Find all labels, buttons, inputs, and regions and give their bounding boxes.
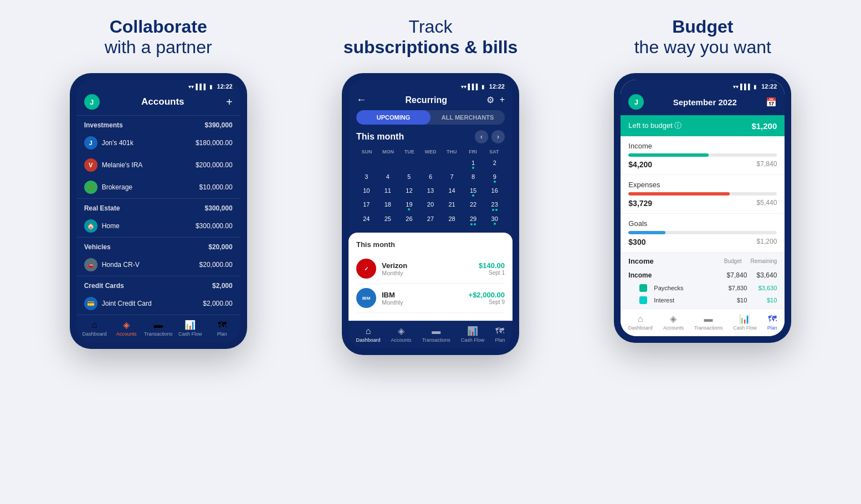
paychecks-icon: [639, 284, 647, 292]
account-item-car[interactable]: 🚗 Honda CR-V $20,000.00: [76, 254, 240, 276]
account-value-car: $20,000.00: [199, 261, 233, 269]
cal-day-21[interactable]: 21: [442, 199, 462, 213]
p2-nav-transactions[interactable]: ▬ Transactions: [422, 326, 450, 343]
realestate-label: Real Estate: [84, 204, 120, 212]
column-budget: Budget the way you want ▾▾ ▌▌▌ ▮ 12:22: [567, 17, 839, 343]
cal-day-26[interactable]: 26: [399, 214, 419, 227]
p3-nav-dashboard[interactable]: ⌂ Dashboard: [628, 314, 653, 331]
nav-dashboard[interactable]: ⌂ Dashboard: [79, 320, 111, 337]
expenses-bar-bg: [628, 192, 777, 196]
nav-plan[interactable]: 🗺 Plan: [206, 320, 238, 337]
income-row[interactable]: Income $7,840 $3,640: [628, 269, 777, 282]
account-item-ira[interactable]: V Melanie's IRA $200,000.00: [76, 154, 240, 176]
cal-day-2[interactable]: 2: [484, 158, 505, 171]
p2-nav-dashboard[interactable]: ⌂ Dashboard: [356, 326, 381, 343]
p2-plan-label: Plan: [495, 337, 505, 343]
cal-day-4[interactable]: 4: [378, 172, 398, 184]
paychecks-name: Paychecks: [654, 285, 683, 291]
income-section-title: Income: [628, 142, 777, 150]
trans-name-verizon: Verizon: [382, 261, 407, 270]
cal-day-16[interactable]: 16: [484, 186, 505, 198]
account-item-creditcard[interactable]: 💳 Joint Credit Card $2,000.00: [76, 292, 240, 315]
cal-day-11[interactable]: 11: [378, 186, 398, 198]
creditcards-header: Credit Cards $2,000: [76, 276, 240, 292]
calendar-grid: SUN MON TUE WED THU FRI SAT: [356, 148, 505, 227]
nav-cashflow[interactable]: 📊 Cash Flow: [174, 320, 206, 337]
account-icon-home: 🏠: [84, 219, 98, 233]
p3-nav-plan[interactable]: 🗺 Plan: [767, 314, 777, 331]
cal-day-6[interactable]: 6: [421, 172, 441, 184]
interest-name: Interest: [654, 297, 674, 304]
accounts-title: Accounts: [141, 96, 184, 107]
cal-day-20[interactable]: 20: [421, 199, 441, 213]
p3-nav-cashflow[interactable]: 📊 Cash Flow: [733, 313, 757, 331]
add-recurring-button[interactable]: +: [500, 95, 505, 105]
cal-day-18[interactable]: 18: [378, 199, 398, 213]
column-track: Track subscriptions & bills ▾▾ ▌▌▌ ▮ 12:…: [294, 17, 566, 355]
cal-day-5[interactable]: 5: [399, 172, 419, 184]
p2-nav-plan[interactable]: 🗺 Plan: [495, 326, 505, 343]
p2-nav-accounts[interactable]: ◈ Accounts: [391, 326, 412, 343]
vehicles-label: Vehicles: [84, 243, 111, 251]
cal-day-19[interactable]: 19: [399, 199, 419, 213]
nav-transactions[interactable]: ▬ Transactions: [142, 320, 175, 337]
cal-day-10[interactable]: 10: [356, 186, 377, 198]
calendar-icon[interactable]: 📅: [766, 97, 777, 107]
cal-day-8[interactable]: 8: [463, 172, 484, 184]
cal-day-25[interactable]: 25: [378, 214, 398, 227]
cal-day-1[interactable]: 1: [463, 158, 484, 171]
add-account-button[interactable]: +: [226, 96, 233, 109]
cal-day-23[interactable]: 23: [484, 199, 505, 213]
expenses-bar-fill: [628, 192, 729, 196]
investments-label: Investments: [84, 121, 123, 129]
account-item-401k[interactable]: J Jon's 401k $180,000.00: [76, 132, 240, 154]
col3-heading: Budget the way you want: [634, 17, 771, 58]
trans-item-ibm[interactable]: IBM IBM Monthly +$2,000.00 Sept 9: [356, 284, 505, 313]
cal-day-3[interactable]: 3: [356, 172, 377, 184]
cal-day-28[interactable]: 28: [442, 214, 462, 227]
paychecks-row[interactable]: Paychecks $7,830 $3,630: [628, 282, 777, 294]
p3-nav-transactions[interactable]: ▬ Transactions: [694, 314, 722, 331]
account-value-home: $300,000.00: [196, 222, 233, 230]
tab-all-merchants[interactable]: ALL MERCHANTS: [430, 110, 505, 125]
income-bar-fill: [628, 153, 709, 157]
income-total: $7,840: [757, 160, 777, 169]
user-avatar[interactable]: J: [84, 94, 100, 110]
cal-day-9[interactable]: 9: [484, 172, 505, 184]
p3-cashflow-label: Cash Flow: [733, 325, 757, 331]
trans-date-verizon: Sept 1: [479, 270, 505, 276]
income-row-remaining: $3,640: [755, 271, 777, 279]
account-name-creditcard: Joint Credit Card: [102, 300, 152, 307]
budget-avatar[interactable]: J: [628, 94, 644, 110]
prev-month-button[interactable]: ‹: [475, 130, 488, 143]
cal-day-27[interactable]: 27: [421, 214, 441, 227]
cal-day-13[interactable]: 13: [421, 186, 441, 198]
cal-day-12[interactable]: 12: [399, 186, 419, 198]
p3-nav-accounts[interactable]: ◈ Accounts: [663, 313, 684, 331]
p2-transactions-label: Transactions: [422, 337, 450, 343]
goals-section-title: Goals: [628, 219, 777, 228]
cal-day-14[interactable]: 14: [442, 186, 462, 198]
cal-day-24[interactable]: 24: [356, 214, 377, 227]
cal-day-17[interactable]: 17: [356, 199, 377, 213]
interest-row[interactable]: Interest $10 $10: [628, 294, 777, 306]
p2-nav-cashflow[interactable]: 📊 Cash Flow: [461, 326, 485, 343]
filter-icon[interactable]: ⚙: [486, 95, 494, 105]
cal-day-15[interactable]: 15: [463, 186, 484, 198]
account-item-brokerage[interactable]: 🌿 Brokerage $10,000.00: [76, 176, 240, 198]
plan-label: Plan: [217, 331, 227, 337]
tab-upcoming[interactable]: UPCOMING: [356, 110, 430, 125]
calendar-header: This month ‹ ›: [356, 130, 505, 143]
cal-day-30[interactable]: 30: [484, 214, 505, 227]
nav-accounts[interactable]: ◈ Accounts: [110, 320, 142, 337]
cal-day-22[interactable]: 22: [463, 199, 484, 213]
cal-day-29[interactable]: 29: [463, 214, 484, 227]
back-button[interactable]: ←: [356, 94, 366, 106]
recurring-tabs: UPCOMING ALL MERCHANTS: [356, 110, 505, 125]
p2-accounts-icon: ◈: [398, 326, 404, 336]
trans-item-verizon[interactable]: ✓ Verizon Monthly $140.00 Sept 1: [356, 254, 505, 284]
account-item-home[interactable]: 🏠 Home $300,000.00: [76, 215, 240, 237]
goals-section: Goals $300 $1,200: [621, 214, 785, 253]
cal-day-7[interactable]: 7: [442, 172, 462, 184]
next-month-button[interactable]: ›: [491, 130, 505, 143]
